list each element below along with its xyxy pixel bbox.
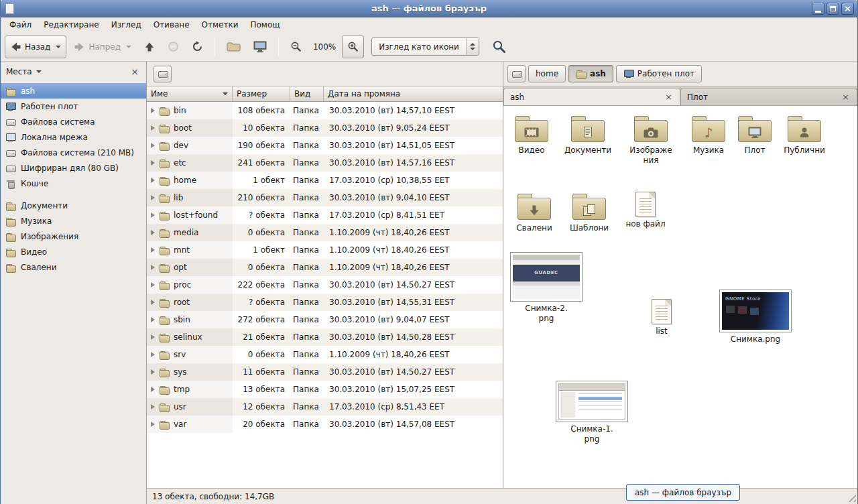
combo-spinner-icon[interactable]	[466, 38, 479, 55]
minimize-button[interactable]	[812, 3, 824, 15]
tree-row[interactable]: etc 241 обекта Папка 30.03.2010 (вт) 14,…	[147, 154, 503, 172]
sidebar-item[interactable]: Документи	[1, 198, 146, 213]
filesystem-crumb-button[interactable]	[507, 65, 526, 82]
expander-icon[interactable]	[151, 143, 155, 148]
column-header-type[interactable]: Вид	[290, 86, 324, 101]
column-header-size[interactable]: Размер	[233, 86, 290, 101]
tree-row[interactable]: home 1 обект Папка 17.03.2010 (ср) 10,38…	[147, 172, 503, 189]
tree-row[interactable]: mnt 1 обект Папка 1.10.2009 (чт) 18,40,2…	[147, 241, 503, 259]
icon-item-snimka1[interactable]: Снимка-1.png	[553, 381, 631, 444]
tree-row[interactable]: media 0 обекта Папка 1.10.2009 (чт) 18,4…	[147, 224, 503, 241]
expander-icon[interactable]	[151, 317, 155, 322]
expander-icon[interactable]	[151, 247, 155, 253]
tree-row[interactable]: lost+found ? обекта Папка 17.03.2010 (ср…	[147, 206, 503, 224]
crumb-ash-button[interactable]: ash	[568, 65, 613, 82]
sidebar-item[interactable]: Шифриран дял (80 GB)	[1, 160, 146, 176]
tree-row[interactable]: lib 210 обекта Папка 30.03.2010 (вт) 9,0…	[147, 189, 503, 206]
tree-row[interactable]: dev 190 обекта Папка 30.03.2010 (вт) 14,…	[147, 137, 503, 154]
expander-icon[interactable]	[151, 422, 155, 427]
reload-button[interactable]	[186, 36, 208, 58]
sidebar-item[interactable]: Файлова система (210 MB)	[1, 145, 146, 160]
tree-row[interactable]: bin 108 обекта Папка 30.03.2010 (вт) 14,…	[147, 102, 503, 119]
expander-icon[interactable]	[151, 160, 155, 166]
expander-icon[interactable]	[151, 125, 155, 131]
icon-item-snimka2[interactable]: GUADEC Снимка-2.png	[509, 252, 584, 324]
expander-icon[interactable]	[151, 195, 155, 200]
icon-item-music[interactable]: ♪ Музика	[686, 114, 731, 155]
menu-view[interactable]: Изглед	[105, 17, 147, 32]
sidebar-item[interactable]: Музика	[1, 213, 146, 229]
sidebar-item[interactable]: Локална мрежа	[1, 129, 146, 145]
expander-icon[interactable]	[151, 178, 155, 183]
icon-item-video[interactable]: Видео	[506, 114, 557, 155]
expander-icon[interactable]	[151, 369, 155, 375]
expander-icon[interactable]	[151, 334, 155, 340]
zoom-in-button[interactable]	[342, 36, 364, 58]
menu-edit[interactable]: Редактиране	[38, 17, 105, 32]
sidebar-close-icon[interactable]: ×	[129, 66, 141, 77]
icon-item-snimka[interactable]: GNOME Store Снимка.png	[717, 290, 794, 344]
stop-button[interactable]	[162, 36, 184, 58]
up-button[interactable]	[139, 36, 160, 58]
icon-item-documents[interactable]: Документи	[561, 114, 615, 155]
menu-help[interactable]: Помощ	[245, 17, 286, 32]
tree-row[interactable]: proc 222 обекта Папка 30.03.2010 (вт) 14…	[147, 276, 503, 294]
icon-item-list[interactable]: list	[637, 299, 686, 336]
tab-ash[interactable]: ash ×	[503, 88, 680, 105]
tree-row[interactable]: sbin 272 обекта Папка 30.03.2010 (вт) 9,…	[147, 311, 503, 328]
expander-icon[interactable]	[151, 300, 155, 305]
icon-item-desktop[interactable]: Плот	[735, 114, 774, 155]
close-button[interactable]: ×	[841, 3, 854, 15]
icon-item-new-file[interactable]: нов файл	[621, 192, 670, 229]
sidebar-item[interactable]: Видео	[1, 244, 146, 259]
sidebar-selector-arrow-icon[interactable]	[36, 70, 42, 73]
sidebar-item[interactable]: ash	[1, 83, 146, 99]
sidebar-item[interactable]: Кошче	[1, 176, 146, 191]
expander-icon[interactable]	[151, 108, 155, 113]
tree-row[interactable]: boot 10 обекта Папка 30.03.2010 (вт) 9,0…	[147, 119, 503, 137]
icon-item-templates[interactable]: Шаблони	[565, 192, 613, 233]
expander-icon[interactable]	[151, 387, 155, 392]
home-button[interactable]	[221, 36, 246, 58]
expander-icon[interactable]	[151, 230, 155, 235]
crumb-desktop-button[interactable]: Работен плот	[616, 65, 702, 82]
tree-row[interactable]: usr 12 обекта Папка 17.03.2010 (ср) 8,51…	[147, 398, 503, 416]
tree-row[interactable]: sys 11 обекта Папка 30.03.2010 (вт) 14,5…	[147, 363, 503, 381]
maximize-button[interactable]	[826, 3, 839, 15]
column-header-name[interactable]: Име	[147, 86, 233, 101]
expander-icon[interactable]	[151, 212, 155, 218]
tree-row[interactable]: var 20 обекта Папка 30.03.2010 (вт) 14,5…	[147, 416, 503, 433]
menu-go[interactable]: Отиване	[147, 17, 196, 32]
sidebar-item[interactable]: Свалени	[1, 259, 146, 275]
back-history-arrow-icon[interactable]	[56, 46, 61, 48]
tab-close-icon[interactable]: ×	[664, 92, 674, 101]
filesystem-root-button[interactable]	[154, 66, 172, 82]
taskbar-window-button[interactable]: ash — файлов браузър	[626, 484, 740, 501]
tree-row[interactable]: srv 0 обекта Папка 1.10.2009 (чт) 18,40,…	[147, 346, 503, 363]
view-mode-combo[interactable]: Изглед като икони	[371, 38, 479, 56]
tree-row[interactable]: opt 0 обекта Папка 1.10.2009 (чт) 18,40,…	[147, 259, 503, 276]
tab-close-icon[interactable]: ×	[841, 92, 851, 101]
sidebar-item[interactable]: Работен плот	[1, 99, 146, 114]
menu-bookmarks[interactable]: Отметки	[196, 17, 245, 32]
back-button[interactable]: Назад	[5, 36, 66, 58]
tab-plot[interactable]: Плот ×	[680, 88, 857, 105]
sidebar-title[interactable]: Места	[6, 67, 32, 76]
icon-item-public[interactable]: Публични	[780, 114, 829, 155]
sidebar-item[interactable]: Изображения	[1, 229, 146, 244]
expander-icon[interactable]	[151, 265, 155, 270]
column-header-date[interactable]: Дата на промяна	[324, 86, 503, 101]
tree-row[interactable]: selinux 21 обекта Папка 30.03.2010 (вт) …	[147, 328, 503, 346]
forward-button[interactable]: Напред	[68, 36, 137, 58]
expander-icon[interactable]	[151, 404, 155, 410]
expander-icon[interactable]	[151, 352, 155, 357]
computer-button[interactable]	[248, 36, 272, 58]
expander-icon[interactable]	[151, 282, 155, 288]
tree-row[interactable]: tmp 13 обекта Папка 30.03.2010 (вт) 15,0…	[147, 381, 503, 398]
menu-file[interactable]: Файл	[3, 17, 38, 32]
sidebar-item[interactable]: Файлова система	[1, 114, 146, 129]
search-button[interactable]	[487, 36, 511, 58]
tree-row[interactable]: root ? обекта Папка 30.03.2010 (вт) 14,5…	[147, 294, 503, 311]
crumb-home-button[interactable]: home	[528, 65, 566, 82]
icon-item-downloads[interactable]: Свалени	[510, 192, 558, 233]
